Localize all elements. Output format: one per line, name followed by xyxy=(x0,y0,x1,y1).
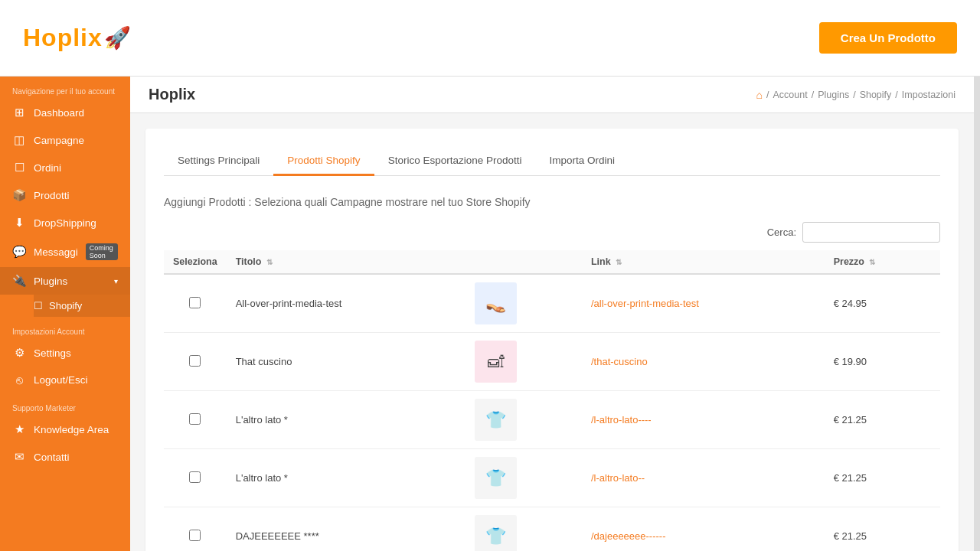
product-image-cell: 👕 xyxy=(466,391,582,449)
sidebar-item-campagne[interactable]: ◫ Campagne xyxy=(0,126,130,154)
nav-section-label: Navigazione per il tuo account xyxy=(0,77,130,99)
page-title: Hoplix xyxy=(149,86,195,103)
sidebar-item-label: Ordini xyxy=(34,162,118,174)
dashboard-icon: ⊞ xyxy=(12,106,26,119)
sidebar-item-dashboard[interactable]: ⊞ Dashboard xyxy=(0,99,130,126)
product-image-cell: 👡 xyxy=(466,274,582,333)
sort-icon: ⇅ xyxy=(869,258,875,266)
sidebar-item-label: Dashboard xyxy=(34,107,118,119)
sidebar-item-settings[interactable]: ⚙ Settings xyxy=(0,339,130,367)
product-checkbox[interactable] xyxy=(189,530,201,541)
th-link[interactable]: Link ⇅ xyxy=(582,250,825,274)
sidebar-item-messaggi[interactable]: 💬 Messaggi Coming Soon xyxy=(0,236,130,267)
sidebar-item-prodotti[interactable]: 📦 Prodotti xyxy=(0,181,130,209)
product-checkbox[interactable] xyxy=(189,355,201,367)
breadcrumb-account[interactable]: Account xyxy=(773,90,807,100)
table-row: All-over-print-media-test👡/all-over-prin… xyxy=(164,274,940,333)
sidebar-item-label: Messaggi xyxy=(34,246,78,258)
product-checkbox[interactable] xyxy=(189,413,201,425)
breadcrumb-shopify[interactable]: Shopify xyxy=(860,90,892,100)
logo-area: Hoplix 🚀 xyxy=(23,24,131,52)
sidebar-item-label: DropShipping xyxy=(34,217,118,229)
checkbox-cell xyxy=(164,274,227,333)
sidebar-item-dropshipping[interactable]: ⬇ DropShipping xyxy=(0,209,130,236)
search-input[interactable] xyxy=(802,222,940,243)
main-layout: Navigazione per il tuo account ⊞ Dashboa… xyxy=(0,77,980,551)
product-link-cell: /all-over-print-media-test xyxy=(582,274,825,333)
tabs: Settings Principali Prodotti Shopify Sto… xyxy=(164,147,940,176)
shopify-icon: ☐ xyxy=(34,300,43,311)
settings-icon: ⚙ xyxy=(12,346,26,360)
breadcrumb-separator: / xyxy=(895,90,897,100)
plugins-icon: 🔌 xyxy=(12,274,26,288)
checkbox-cell xyxy=(164,391,227,449)
tab-storico-esportazione[interactable]: Storico Esportazione Prodotti xyxy=(374,147,536,176)
product-title: That cuscino xyxy=(227,333,466,391)
right-scrollbar[interactable] xyxy=(974,77,980,551)
sidebar-item-contatti[interactable]: ✉ Contatti xyxy=(0,443,130,471)
sort-icon: ⇅ xyxy=(266,258,273,266)
content-card: Settings Principali Prodotti Shopify Sto… xyxy=(145,129,959,551)
table-body: All-over-print-media-test👡/all-over-prin… xyxy=(164,274,940,551)
sidebar-item-ordini[interactable]: ☐ Ordini xyxy=(0,154,130,181)
sidebar-item-label: Plugins xyxy=(34,276,106,287)
product-price: € 21.25 xyxy=(825,391,940,449)
product-price: € 24.95 xyxy=(825,274,940,333)
table-header: Seleziona Titolo ⇅ Link ⇅ Prezzo ⇅ xyxy=(164,250,940,274)
tab-settings-principali[interactable]: Settings Principali xyxy=(164,147,273,176)
logout-icon: ⎋ xyxy=(12,373,26,386)
sidebar-item-label: Prodotti xyxy=(34,190,118,201)
settings-section-label: Impostazioni Account xyxy=(0,317,130,339)
th-prezzo[interactable]: Prezzo ⇅ xyxy=(825,250,940,274)
product-link[interactable]: /l-altro-lato-- xyxy=(591,472,645,484)
dropshipping-icon: ⬇ xyxy=(12,216,26,230)
table-row: L'altro lato *👕/l-altro-lato--€ 21.25 xyxy=(164,449,940,507)
sidebar-item-knowledge-area[interactable]: ★ Knowledge Area xyxy=(0,416,130,443)
product-image-cell: 🛋 xyxy=(466,333,582,391)
heading-sub: Seleziona quali Campagne mostrare nel tu… xyxy=(254,196,530,208)
product-link[interactable]: /all-over-print-media-test xyxy=(591,298,699,309)
th-titolo[interactable]: Titolo ⇅ xyxy=(227,250,466,274)
sidebar-item-shopify[interactable]: ☐ Shopify xyxy=(34,295,130,317)
table-row: That cuscino🛋/that-cuscino€ 19.90 xyxy=(164,333,940,391)
sidebar-sub-plugins: ☐ Shopify xyxy=(0,295,130,317)
sidebar-item-label: Logout/Esci xyxy=(34,374,118,386)
tab-prodotti-shopify[interactable]: Prodotti Shopify xyxy=(273,147,374,176)
logo-text: Hoplix xyxy=(23,24,103,52)
sort-icon: ⇅ xyxy=(616,258,622,266)
ordini-icon: ☐ xyxy=(12,161,26,174)
product-thumbnail: 🛋 xyxy=(475,341,517,383)
prodotti-icon: 📦 xyxy=(12,188,26,202)
tab-importa-ordini[interactable]: Importa Ordini xyxy=(535,147,629,176)
sidebar-item-label: Knowledge Area xyxy=(34,424,118,435)
content-area: Hoplix ⌂ / Account / Plugins / Shopify /… xyxy=(130,77,974,551)
product-thumbnail: 👡 xyxy=(475,282,517,324)
sidebar-item-plugins[interactable]: 🔌 Plugins ▾ xyxy=(0,267,130,295)
product-title: L'altro lato * xyxy=(227,449,466,507)
support-section-label: Supporto Marketer xyxy=(0,393,130,416)
breadcrumb: ⌂ / Account / Plugins / Shopify / Impost… xyxy=(756,89,956,101)
product-checkbox[interactable] xyxy=(189,297,201,308)
breadcrumb-separator: / xyxy=(766,90,769,100)
product-thumbnail: 👕 xyxy=(475,399,517,441)
product-link[interactable]: /l-altro-lato---- xyxy=(591,414,652,425)
product-link[interactable]: /that-cuscino xyxy=(591,356,648,367)
product-link[interactable]: /dajeeeeeee------ xyxy=(591,530,666,542)
sidebar-item-logout[interactable]: ⎋ Logout/Esci xyxy=(0,367,130,393)
main-content: Settings Principali Prodotti Shopify Sto… xyxy=(130,113,974,551)
products-table: Seleziona Titolo ⇅ Link ⇅ Prezzo ⇅ All-o… xyxy=(164,250,940,551)
table-row: DAJEEEEEEE ****👕/dajeeeeeee------€ 21.25 xyxy=(164,507,940,552)
th-image xyxy=(466,250,582,274)
table-row: L'altro lato *👕/l-altro-lato----€ 21.25 xyxy=(164,391,940,449)
section-heading: Aggiungi Prodotti : Seleziona quali Camp… xyxy=(164,194,940,210)
crea-prodotto-button[interactable]: Crea Un Prodotto xyxy=(819,22,957,54)
home-icon[interactable]: ⌂ xyxy=(756,89,763,101)
product-title: All-over-print-media-test xyxy=(227,274,466,333)
product-image-cell: 👕 xyxy=(466,507,582,552)
product-price: € 21.25 xyxy=(825,449,940,507)
product-checkbox[interactable] xyxy=(189,471,201,483)
chevron-down-icon: ▾ xyxy=(114,277,118,285)
breadcrumb-plugins[interactable]: Plugins xyxy=(818,90,849,100)
th-seleziona: Seleziona xyxy=(164,250,227,274)
sidebar-sub-label: Shopify xyxy=(49,300,82,311)
